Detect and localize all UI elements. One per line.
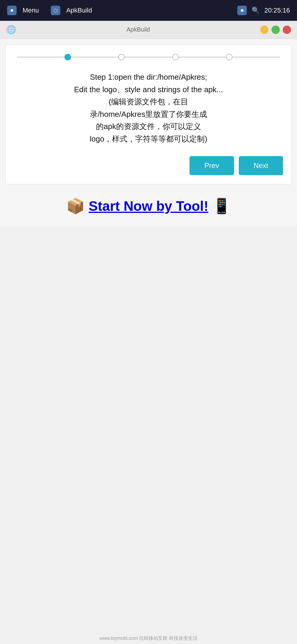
notification-icon[interactable]: ■: [237, 6, 247, 15]
title-bar-right: ■ 🔍 20:25:16: [237, 6, 290, 15]
menu-label[interactable]: Menu: [23, 7, 39, 14]
wizard-buttons: Prev Next: [14, 156, 283, 175]
step-text-line1: Step 1:open the dir:/home/Apkres;Edit th…: [74, 73, 223, 143]
start-section: 📦 Start Now by Tool! 📱: [5, 191, 292, 221]
progress-line-4: [233, 57, 280, 57]
progress-line-2: [125, 57, 172, 57]
title-bar: ■ Menu ⬡ ApkBuild ■ 🔍 20:25:16: [0, 0, 297, 21]
next-button[interactable]: Next: [239, 156, 283, 175]
minimize-button[interactable]: [260, 26, 268, 34]
box-emoji: 📦: [66, 197, 85, 215]
step-description: Step 1:open the dir:/home/Apkres;Edit th…: [14, 71, 283, 145]
search-icon[interactable]: 🔍: [252, 7, 260, 14]
progress-dot-3: [172, 54, 179, 60]
wizard-card: Step 1:open the dir:/home/Apkres;Edit th…: [5, 45, 292, 184]
clock-display: 20:25:16: [264, 7, 290, 14]
window-title: ApkBuild: [127, 26, 150, 33]
progress-line-3: [179, 57, 226, 57]
main-content: Step 1:open the dir:/home/Apkres;Edit th…: [0, 39, 297, 227]
progress-dot-2: [118, 54, 125, 60]
start-now-link[interactable]: Start Now by Tool!: [89, 198, 208, 214]
app-label: ApkBuild: [66, 7, 92, 14]
globe-icon: 🌐: [6, 25, 16, 34]
prev-button[interactable]: Prev: [189, 156, 234, 175]
maximize-button[interactable]: [271, 26, 280, 34]
progress-dot-4: [226, 54, 233, 60]
window-bar: 🌐 ApkBuild: [0, 21, 297, 39]
apkbuild-icon: ⬡: [51, 6, 60, 15]
progress-bar: [14, 54, 283, 60]
progress-line-1: [71, 57, 119, 57]
progress-dot-1: [64, 54, 71, 60]
title-bar-left: ■ Menu ⬡ ApkBuild: [7, 6, 92, 15]
app-icon: ■: [7, 6, 17, 15]
phone-emoji: 📱: [212, 197, 231, 215]
progress-line-0: [17, 57, 64, 57]
close-button[interactable]: [283, 26, 291, 34]
window-controls: [260, 26, 291, 34]
footer-watermark: www.toymobi.com 玩转移动互联 科技改变生活: [99, 635, 198, 642]
